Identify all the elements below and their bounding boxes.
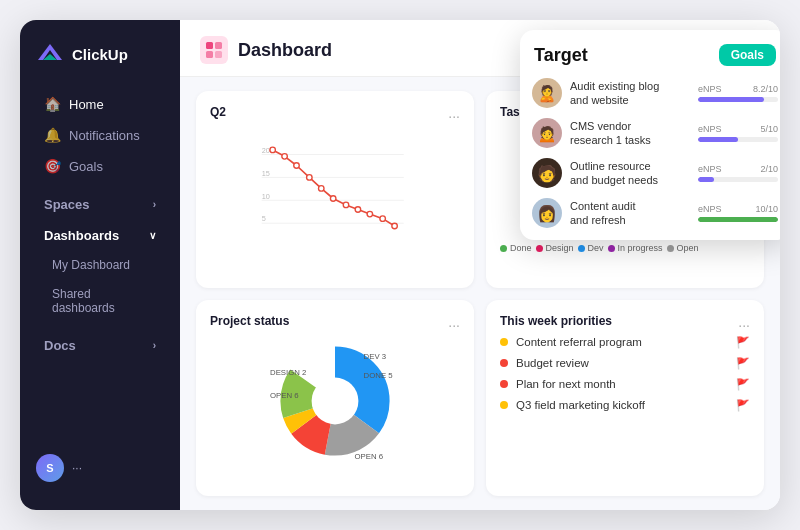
goal-progress-label-4: eNPS 10/10 xyxy=(698,204,778,214)
goal-progress-bar-4 xyxy=(698,217,778,222)
svg-point-14 xyxy=(270,147,276,153)
svg-text:15: 15 xyxy=(262,169,270,178)
goal-info-4: Content auditand refresh xyxy=(570,199,690,228)
goal-name-3: Outline resourceand budget needs xyxy=(570,159,690,188)
sidebar-item-spaces[interactable]: Spaces › xyxy=(44,195,156,214)
goal-avatar-2: 🙍 xyxy=(532,118,562,148)
clickup-logo-icon xyxy=(36,40,64,68)
priority-flag-1: 🚩 xyxy=(736,336,750,349)
priority-text-1: Content referral program xyxy=(516,336,642,348)
q2-menu[interactable]: ... xyxy=(448,105,460,121)
priority-item-2: Budget review 🚩 xyxy=(500,357,750,370)
goal-info-2: CMS vendorresearch 1 tasks xyxy=(570,119,690,148)
goal-info-1: Audit existing blogand website xyxy=(570,79,690,108)
svg-point-44 xyxy=(312,377,359,424)
sidebar-label-docs: Docs xyxy=(44,338,76,353)
sidebar-label-goals: Goals xyxy=(69,159,103,174)
priority-flag-3: 🚩 xyxy=(736,378,750,391)
project-title: Project status xyxy=(210,314,460,328)
goal-avatar-3: 🧑 xyxy=(532,158,562,188)
goal-progress-1: eNPS 8.2/10 xyxy=(698,84,778,102)
priority-list: Content referral program 🚩 Budget review… xyxy=(500,336,750,412)
page-title: Dashboard xyxy=(238,40,332,61)
svg-text:5: 5 xyxy=(262,214,266,223)
goal-name-2: CMS vendorresearch 1 tasks xyxy=(570,119,690,148)
sidebar-item-home[interactable]: 🏠 Home xyxy=(28,89,172,119)
dashboards-arrow: ∨ xyxy=(149,230,156,241)
priorities-card: ... This week priorities Content referra… xyxy=(486,300,764,497)
grid-icon xyxy=(205,41,223,59)
priority-item-4: Q3 field marketing kickoff 🚩 xyxy=(500,399,750,412)
sidebar-item-shared-dashboards[interactable]: Shared dashboards xyxy=(28,280,172,322)
priority-flag-2: 🚩 xyxy=(736,357,750,370)
goal-progress-fill-3 xyxy=(698,177,714,182)
priority-dot-3 xyxy=(500,380,508,388)
dashboard-icon xyxy=(200,36,228,64)
priority-dot-2 xyxy=(500,359,508,367)
sidebar-item-notifications[interactable]: 🔔 Notifications xyxy=(28,120,172,150)
sidebar-bottom: S ··· xyxy=(20,442,180,494)
q2-line-chart: 20 15 10 5 xyxy=(210,127,460,237)
legend-dev: Dev xyxy=(578,243,604,253)
spaces-section: Spaces › xyxy=(20,182,180,219)
sidebar-item-goals[interactable]: 🎯 Goals xyxy=(28,151,172,181)
goal-item-1: 🙎 Audit existing blogand website eNPS 8.… xyxy=(532,78,778,108)
svg-text:20: 20 xyxy=(262,146,270,155)
legend-design: Design xyxy=(536,243,574,253)
logo-text: ClickUp xyxy=(72,46,128,63)
target-icon: 🎯 xyxy=(44,158,61,174)
priority-text-2: Budget review xyxy=(516,357,589,369)
goal-progress-bar-3 xyxy=(698,177,778,182)
goal-progress-fill-1 xyxy=(698,97,764,102)
priority-dot-1 xyxy=(500,338,508,346)
priority-item-1: Content referral program 🚩 xyxy=(500,336,750,349)
priorities-menu[interactable]: ... xyxy=(738,314,750,330)
legend-done: Done xyxy=(500,243,532,253)
sidebar: ClickUp 🏠 Home 🔔 Notifications 🎯 Goals S… xyxy=(20,20,180,510)
goals-header: Target Goals xyxy=(520,30,780,74)
pie-chart: DEV 3 DONE 5 OPEN 6 OPEN 6 DESIGN 2 xyxy=(270,336,400,466)
project-menu[interactable]: ... xyxy=(448,314,460,330)
legend-inprogress: In progress xyxy=(608,243,663,253)
priorities-title: This week priorities xyxy=(500,314,750,328)
svg-text:DESIGN 2: DESIGN 2 xyxy=(270,368,306,377)
sidebar-item-docs[interactable]: Docs › xyxy=(44,336,156,355)
svg-point-17 xyxy=(307,175,313,181)
sidebar-label-notifications: Notifications xyxy=(69,128,140,143)
goal-progress-4: eNPS 10/10 xyxy=(698,204,778,222)
goal-progress-label-2: eNPS 5/10 xyxy=(698,124,778,134)
home-icon: 🏠 xyxy=(44,96,61,112)
docs-section: Docs › xyxy=(20,323,180,360)
svg-rect-4 xyxy=(206,51,213,58)
svg-point-24 xyxy=(392,223,398,229)
bell-icon: 🔔 xyxy=(44,127,61,143)
goal-name-1: Audit existing blogand website xyxy=(570,79,690,108)
sidebar-label-shared-dashboards: Shared dashboards xyxy=(52,287,156,315)
sidebar-item-my-dashboard[interactable]: My Dashboard xyxy=(28,251,172,279)
goal-progress-2: eNPS 5/10 xyxy=(698,124,778,142)
user-avatar[interactable]: S xyxy=(36,454,64,482)
priority-text-4: Q3 field marketing kickoff xyxy=(516,399,645,411)
sidebar-logo: ClickUp xyxy=(20,40,180,88)
svg-point-15 xyxy=(282,154,288,160)
q2-title: Q2 xyxy=(210,105,460,119)
sidebar-item-dashboards[interactable]: Dashboards ∨ xyxy=(28,221,172,250)
sidebar-label-home: Home xyxy=(69,97,104,112)
svg-text:DONE 5: DONE 5 xyxy=(364,370,394,379)
svg-point-21 xyxy=(355,207,361,213)
goal-item-4: 👩 Content auditand refresh eNPS 10/10 xyxy=(532,198,778,228)
svg-rect-5 xyxy=(215,51,222,58)
goals-list: 🙎 Audit existing blogand website eNPS 8.… xyxy=(520,74,780,240)
goal-avatar-4: 👩 xyxy=(532,198,562,228)
svg-text:DEV 3: DEV 3 xyxy=(364,352,387,361)
svg-text:OPEN 6: OPEN 6 xyxy=(270,391,299,400)
svg-point-18 xyxy=(319,186,325,191)
goal-item-3: 🧑 Outline resourceand budget needs eNPS … xyxy=(532,158,778,188)
sidebar-nav: 🏠 Home 🔔 Notifications 🎯 Goals Spaces › … xyxy=(20,88,180,442)
docs-arrow: › xyxy=(153,340,156,351)
goal-info-3: Outline resourceand budget needs xyxy=(570,159,690,188)
svg-point-23 xyxy=(380,216,386,222)
q2-chart-card: ... Q2 20 15 10 5 xyxy=(196,91,474,288)
svg-point-16 xyxy=(294,163,300,169)
goal-progress-label-3: eNPS 2/10 xyxy=(698,164,778,174)
